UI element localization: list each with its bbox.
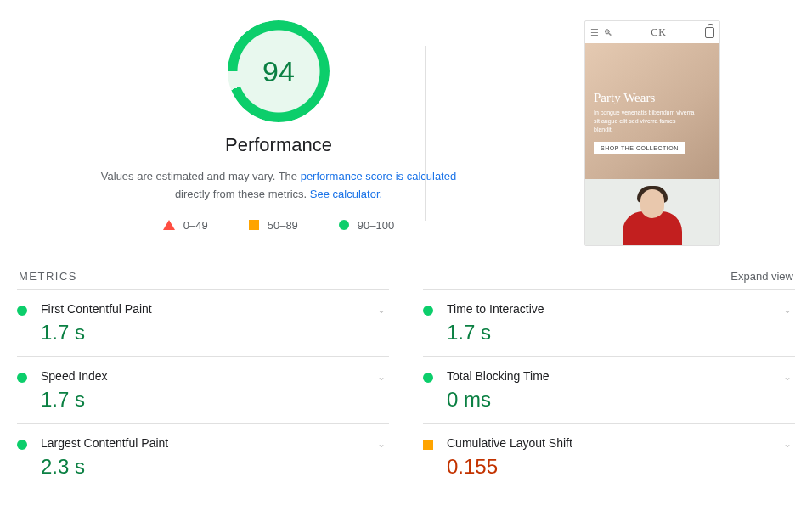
metric-value: 0 ms [447,388,790,412]
scale-fail: 0–49 [163,219,208,232]
hamburger-icon: ☰ [590,27,599,38]
metric-tti[interactable]: Time to Interactive 1.7 s ⌄ [423,289,795,356]
score-description: Values are estimated and may vary. The p… [92,168,465,204]
page-screenshot-thumbnail: ☰ 🔍︎ CK Party Wears In congue venenatis … [584,20,720,246]
performance-report: 94 Performance Values are estimated and … [0,0,812,516]
metric-cls[interactable]: Cumulative Layout Shift 0.155 ⌄ [423,423,795,491]
circle-icon [423,373,433,383]
metric-value: 2.3 s [41,455,384,479]
circle-icon [423,306,433,316]
triangle-icon [163,220,175,230]
gauge-wrap: 94 Performance [92,20,465,156]
metric-value: 1.7 s [447,321,790,345]
metric-label: First Contentful Paint [41,302,384,316]
scale-average: 50–89 [249,219,298,232]
metric-tbt[interactable]: Total Blocking Time 0 ms ⌄ [423,356,795,423]
metric-body: Time to Interactive 1.7 s [447,302,790,345]
chevron-down-icon: ⌄ [377,438,386,450]
metric-fcp[interactable]: First Contentful Paint 1.7 s ⌄ [17,289,389,356]
thumb-cta-button: SHOP THE COLLECTION [594,142,685,154]
score-scale-legend: 0–49 50–89 90–100 [92,219,465,232]
score-panel: 94 Performance Values are estimated and … [92,20,465,246]
metric-label: Speed Index [41,369,384,383]
metric-body: Largest Contentful Paint 2.3 s [41,436,384,479]
thumb-hero: Party Wears In congue venenatis bibendum… [585,43,719,179]
thumb-body [585,179,719,245]
chevron-down-icon: ⌄ [377,304,386,316]
metric-label: Time to Interactive [447,302,790,316]
notes-prefix: Values are estimated and may vary. The [101,170,301,182]
metric-value: 1.7 s [41,321,384,345]
scale-pass-label: 90–100 [358,219,394,232]
metric-value: 0.155 [447,455,790,479]
expand-view-toggle[interactable]: Expand view [730,270,793,283]
scale-avg-label: 50–89 [268,219,298,232]
metric-label: Largest Contentful Paint [41,436,384,450]
square-icon [249,220,259,230]
metric-label: Cumulative Layout Shift [447,436,790,450]
circle-icon [17,306,27,316]
scale-fail-label: 0–49 [183,219,208,232]
metric-body: Speed Index 1.7 s [41,369,384,412]
metrics-title: METRICS [19,270,77,283]
metrics-header: METRICS Expand view [17,270,795,283]
scale-pass: 90–100 [339,219,394,232]
metric-body: First Contentful Paint 1.7 s [41,302,384,345]
thumb-header-left: ☰ 🔍︎ [590,27,612,38]
metric-body: Cumulative Layout Shift 0.155 [447,436,790,479]
metrics-grid: First Contentful Paint 1.7 s ⌄ Time to I… [17,289,795,491]
chevron-down-icon: ⌄ [377,371,386,383]
chevron-down-icon: ⌄ [783,304,792,316]
square-icon [423,440,433,450]
metric-body: Total Blocking Time 0 ms [447,369,790,412]
search-icon: 🔍︎ [604,28,612,37]
chevron-down-icon: ⌄ [783,438,792,450]
notes-mid: directly from these metrics. [175,188,310,200]
metric-lcp[interactable]: Largest Contentful Paint 2.3 s ⌄ [17,423,389,491]
thumb-hero-title: Party Wears [594,91,711,105]
circle-icon [17,440,27,450]
metric-si[interactable]: Speed Index 1.7 s ⌄ [17,356,389,423]
shopping-bag-icon [705,27,714,38]
metric-label: Total Blocking Time [447,369,790,383]
score-gauge: 94 [228,20,330,122]
vertical-divider [425,46,426,221]
chevron-down-icon: ⌄ [783,371,792,383]
see-calculator-link[interactable]: See calculator. [310,188,382,200]
score-title: Performance [225,134,332,156]
metric-value: 1.7 s [41,388,384,412]
circle-icon [17,373,27,383]
thumb-face [640,189,664,218]
score-value: 94 [228,20,330,122]
hero-row: 94 Performance Values are estimated and … [17,20,795,246]
thumb-person [623,186,682,245]
thumb-header: ☰ 🔍︎ CK [585,21,719,43]
thumb-logo: CK [612,26,705,39]
score-calc-link[interactable]: performance score is calculated [301,170,457,182]
circle-icon [339,220,349,230]
thumb-hero-subtitle: In congue venenatis bibendum viverra sit… [594,109,696,133]
